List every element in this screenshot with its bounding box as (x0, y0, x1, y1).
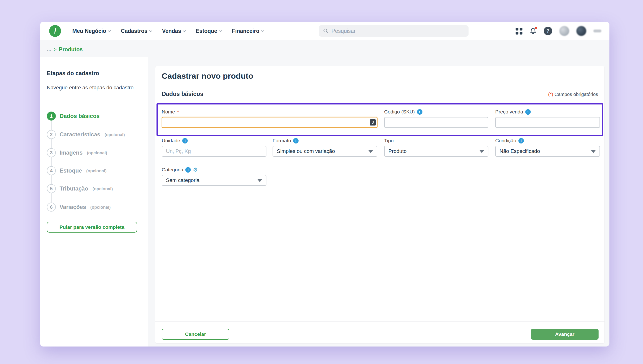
menu-item-financeiro[interactable]: Financeiro (232, 28, 264, 34)
formato-select[interactable]: Simples ou com variação (272, 146, 377, 157)
skip-to-full-version-button[interactable]: Pular para versão completa (47, 222, 137, 232)
gear-icon[interactable]: ⚙ (193, 167, 198, 172)
info-icon[interactable]: i (525, 109, 531, 115)
new-product-form-card: Cadastrar novo produto Dados básicos (*)… (155, 66, 605, 344)
categoria-select[interactable]: Sem categoria (162, 175, 266, 186)
condicao-label: Condição i (495, 138, 600, 144)
search-input[interactable] (332, 28, 464, 34)
field-codigo-sku: Código (SKU) i (384, 109, 488, 128)
chevron-down-icon (108, 29, 111, 32)
menu-label: Vendas (162, 28, 181, 34)
breadcrumb-ellipsis[interactable]: ... (47, 46, 51, 53)
step-estoque[interactable]: 4 Estoque (opcional) (47, 166, 106, 176)
chevron-down-icon (149, 29, 152, 32)
step-label: Estoque (60, 167, 82, 174)
label-text: Categoria (162, 167, 183, 172)
step-optional-tag: (opcional) (104, 132, 125, 137)
cancel-button[interactable]: Cancelar (162, 329, 229, 340)
user-menu-blurred[interactable] (593, 30, 602, 32)
logo-glyph-icon: ! (53, 26, 57, 36)
notification-dot (534, 26, 537, 29)
selected-value: Não Especificado (500, 148, 540, 154)
app-logo[interactable]: ! (49, 25, 61, 37)
search-icon (323, 28, 328, 34)
selected-value: Simples ou com variação (277, 148, 335, 154)
menu-item-estoque[interactable]: Estoque (196, 28, 222, 34)
menu-item-cadastros[interactable]: Cadastros (121, 28, 152, 34)
info-icon[interactable]: i (293, 138, 298, 144)
label-text: Preço venda (495, 109, 523, 115)
info-icon[interactable]: i (518, 138, 524, 144)
step-caracteristicas[interactable]: 2 Características (opcional) (47, 130, 125, 139)
breadcrumb-chevron-icon: > (54, 47, 56, 52)
step-number: 1 (47, 112, 56, 120)
sidebar-subtitle: Navegue entre as etapas do cadastro (47, 84, 134, 91)
label-text: Unidade (162, 138, 180, 144)
notifications-bell-icon[interactable] (530, 27, 536, 35)
breadcrumb-current[interactable]: Produtos (59, 46, 83, 53)
navbar-icons: ? (516, 22, 602, 40)
menu-label: Cadastros (121, 28, 147, 34)
preco-label: Preço venda i (495, 109, 600, 115)
formato-label: Formato i (272, 138, 377, 144)
avatar-secondary[interactable] (576, 26, 586, 36)
steps-sidebar: Etapas do cadastro Navegue entre as etap… (40, 57, 148, 346)
next-button[interactable]: Avançar (531, 329, 598, 340)
label-text: Nome (162, 109, 175, 115)
tipo-label: Tipo (384, 138, 488, 144)
menu-label: Financeiro (232, 28, 259, 34)
label-text: Tipo (384, 138, 394, 144)
character-counter-badge: 0 (370, 119, 376, 126)
menu-item-meu-negocio[interactable]: Meu Negócio (72, 28, 110, 34)
step-tributacao[interactable]: 5 Tributação (opcional) (47, 184, 113, 193)
field-categoria: Categoria i ⚙ Sem categoria (162, 167, 266, 186)
selected-value: Produto (388, 148, 406, 154)
chevron-down-icon (183, 29, 186, 32)
help-icon[interactable]: ? (544, 27, 552, 35)
apps-grid-icon[interactable] (516, 28, 522, 34)
step-number: 5 (47, 184, 56, 193)
field-formato: Formato i Simples ou com variação (272, 138, 377, 157)
label-text: Formato (272, 138, 291, 144)
required-star: (*) (548, 92, 553, 97)
step-variacoes[interactable]: 6 Variações (opcional) (47, 202, 111, 212)
app-window: ! Meu Negócio Cadastros Vendas Estoque (40, 22, 610, 346)
sidebar-title: Etapas do cadastro (47, 70, 99, 76)
nome-input[interactable] (162, 117, 378, 128)
footer-divider (155, 322, 604, 322)
step-dados-basicos[interactable]: 1 Dados básicos (47, 111, 104, 121)
menu-label: Meu Negócio (72, 28, 106, 34)
required-fields-note: (*) Campos obrigatórios (548, 92, 598, 97)
chevron-down-icon (261, 29, 264, 32)
step-number: 6 (47, 202, 56, 212)
avatar[interactable] (559, 26, 569, 36)
categoria-label: Categoria i ⚙ (162, 167, 266, 173)
field-condicao: Condição i Não Especificado (495, 138, 600, 157)
info-icon[interactable]: i (185, 167, 191, 172)
dropdown-arrow-icon (368, 150, 373, 153)
condicao-select[interactable]: Não Especificado (495, 146, 600, 157)
step-optional-tag: (opcional) (92, 186, 113, 192)
selected-value: Sem categoria (166, 177, 200, 184)
nome-label: Nome * (162, 109, 378, 115)
info-icon[interactable]: i (182, 138, 188, 144)
menu-label: Estoque (196, 28, 217, 34)
field-preco-venda: Preço venda i (495, 109, 600, 128)
section-title-dados-basicos: Dados básicos (162, 90, 203, 98)
step-number: 4 (47, 166, 56, 175)
info-icon[interactable]: i (417, 109, 422, 115)
unidade-label: Unidade i (162, 138, 266, 144)
step-number: 2 (47, 130, 56, 139)
codigo-sku-input[interactable] (384, 117, 488, 128)
search-bar[interactable] (319, 25, 468, 37)
menu-item-vendas[interactable]: Vendas (162, 28, 186, 34)
breadcrumb: ... > Produtos (47, 44, 83, 54)
dropdown-arrow-icon (258, 179, 262, 182)
step-optional-tag: (opcional) (86, 168, 106, 174)
label-text: Código (SKU) (384, 109, 415, 115)
tipo-select[interactable]: Produto (384, 146, 488, 157)
step-number: 3 (47, 148, 56, 157)
step-imagens[interactable]: 3 Imagens (opcional) (47, 148, 107, 158)
unidade-input[interactable] (162, 146, 266, 157)
preco-venda-input[interactable] (495, 117, 600, 128)
